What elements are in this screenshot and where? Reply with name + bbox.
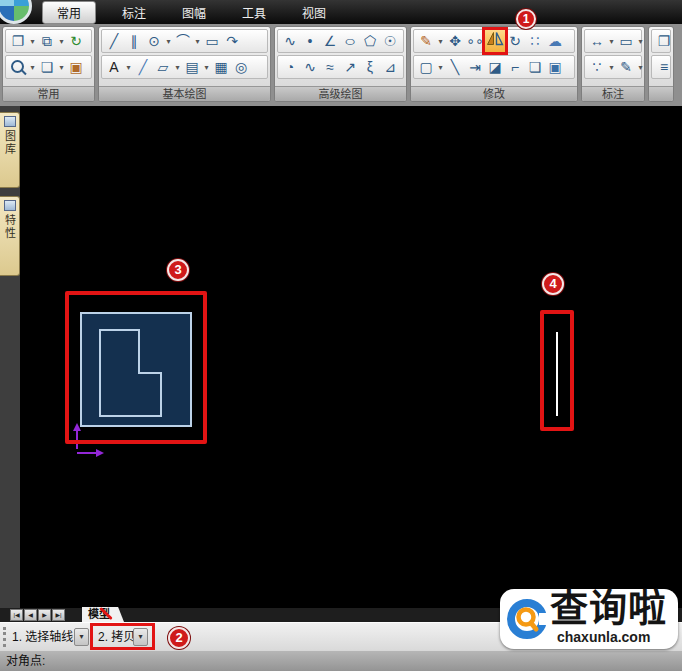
- match-brush-icon[interactable]: ✎: [416, 30, 436, 52]
- break-icon[interactable]: ╲: [445, 56, 465, 78]
- copy-icon-dropdown[interactable]: ▾: [57, 37, 66, 46]
- watermark-url: chaxunla.com: [557, 629, 650, 645]
- arc-icon[interactable]: ⌒: [173, 30, 193, 52]
- circle-icon[interactable]: ⊙: [144, 30, 164, 52]
- panel-overflow: ❐≡: [648, 26, 674, 102]
- tab-tools[interactable]: 工具: [232, 1, 276, 24]
- edit-dim-icon-dropdown[interactable]: ▾: [636, 63, 645, 72]
- select-icon[interactable]: ▢: [416, 56, 436, 78]
- sheet-nav-button-1[interactable]: ◀: [24, 609, 37, 621]
- explode-icon[interactable]: ▣: [545, 56, 565, 78]
- scale-icon[interactable]: ∘∘: [465, 30, 485, 52]
- sidebar-tab-properties[interactable]: 特性: [0, 196, 20, 276]
- highlight-box-source: [65, 291, 207, 444]
- ribbon-tabs: 常用标注图幅工具视图: [42, 1, 336, 24]
- paste-icon[interactable]: ❐: [8, 30, 28, 52]
- watermark-logo-icon: [505, 597, 549, 641]
- circle-icon-dropdown[interactable]: ▾: [164, 37, 173, 46]
- highlight-box-axis-line: [540, 310, 574, 431]
- rectangle-icon[interactable]: ▭: [202, 30, 222, 52]
- panel-label-modify: 修改: [411, 86, 577, 101]
- break-line-icon[interactable]: ≈: [320, 56, 340, 78]
- list-icon[interactable]: ≡: [654, 56, 674, 78]
- spline-icon[interactable]: ∿: [280, 30, 300, 52]
- panel-label-common: 常用: [3, 86, 94, 101]
- rotate-icon[interactable]: ↻: [505, 30, 525, 52]
- hatch-icon[interactable]: ╱: [133, 56, 153, 78]
- paste-special-icon-dropdown[interactable]: ▾: [57, 63, 66, 72]
- dimension-icon[interactable]: ↔: [587, 30, 607, 52]
- zoom-icon-dropdown[interactable]: ▾: [28, 63, 37, 72]
- ribbon: ❐▾⧉▾↻▾❏▾▣常用╱∥⊙▾⌒▾▭↷A▾╱▱▾▤▾▦◎基本绘图∿•∠○⬠☉◔∿…: [0, 24, 682, 106]
- sheet-icon[interactable]: ❐: [654, 30, 674, 52]
- copy-icon[interactable]: ⧉: [37, 30, 57, 52]
- datum-icon-dropdown[interactable]: ▾: [607, 63, 616, 72]
- tab-view[interactable]: 视图: [292, 1, 336, 24]
- paste-icon-dropdown[interactable]: ▾: [28, 37, 37, 46]
- arc-icon-dropdown[interactable]: ▾: [193, 37, 202, 46]
- option-select-axis[interactable]: 1. 选择轴线: [12, 623, 73, 651]
- status-bar: 对角点:: [0, 650, 682, 671]
- block-icon-dropdown[interactable]: ▾: [202, 63, 211, 72]
- display-settings-icon[interactable]: ▣: [66, 56, 86, 78]
- panel-label-dim: 标注: [582, 86, 644, 101]
- polygon-icon[interactable]: ⬠: [360, 30, 380, 52]
- panel-adv-draw: ∿•∠○⬠☉◔∿≈↗ξ⊿高级绘图: [274, 26, 407, 102]
- frame-icon-dropdown[interactable]: ▾: [636, 37, 645, 46]
- sheet-nav-button-0[interactable]: |◀: [10, 609, 23, 621]
- panel-dim: ↔▾▭▾∵▾✎▾标注: [581, 26, 645, 102]
- point-icon[interactable]: •: [300, 30, 320, 52]
- match-brush-icon-dropdown[interactable]: ▾: [436, 37, 445, 46]
- array-icon[interactable]: ∷: [525, 30, 545, 52]
- leader-icon-dropdown[interactable]: ▾: [173, 63, 182, 72]
- tab-home[interactable]: 常用: [42, 1, 96, 24]
- stamp-icon[interactable]: ☉: [380, 30, 400, 52]
- sheet-nav-button-2[interactable]: ▶: [38, 609, 51, 621]
- stretch-icon[interactable]: ❏: [525, 56, 545, 78]
- parallel-line-icon[interactable]: ∥: [124, 30, 144, 52]
- mirror-icon[interactable]: [485, 30, 505, 52]
- sheet-nav-button-3[interactable]: ▶|: [52, 609, 65, 621]
- dimension-icon-dropdown[interactable]: ▾: [607, 37, 616, 46]
- select-icon-dropdown[interactable]: ▾: [436, 63, 445, 72]
- library-icon: [4, 116, 16, 127]
- sidebar-tab-library[interactable]: 图库: [0, 112, 20, 188]
- refresh-icon[interactable]: ↻: [66, 30, 86, 52]
- panel-label-adv-draw: 高级绘图: [275, 86, 406, 101]
- text-icon-dropdown[interactable]: ▾: [124, 63, 133, 72]
- extend-icon[interactable]: ⇥: [465, 56, 485, 78]
- edit-dim-icon[interactable]: ✎: [616, 56, 636, 78]
- zoom-icon[interactable]: [8, 56, 28, 78]
- move-icon[interactable]: ✥: [445, 30, 465, 52]
- fillet-icon[interactable]: ⌐: [505, 56, 525, 78]
- wave-line-icon[interactable]: ∿: [300, 56, 320, 78]
- annotation-badge-4: 4: [542, 273, 564, 295]
- leader-icon[interactable]: ▱: [153, 56, 173, 78]
- region-icon[interactable]: ◎: [231, 56, 251, 78]
- line-icon[interactable]: ╱: [104, 30, 124, 52]
- tab-sheet[interactable]: 图幅: [172, 1, 216, 24]
- solid-icon[interactable]: ⊿: [380, 56, 400, 78]
- grid-icon[interactable]: ▦: [211, 56, 231, 78]
- polyline-icon[interactable]: ↷: [222, 30, 242, 52]
- paste-special-icon[interactable]: ❏: [37, 56, 57, 78]
- annotation-badge-2: 2: [168, 627, 190, 649]
- left-sidebar: 图库 特性: [0, 106, 20, 608]
- datum-icon[interactable]: ∵: [587, 56, 607, 78]
- tab-dimension[interactable]: 标注: [112, 1, 156, 24]
- panel-basic-draw: ╱∥⊙▾⌒▾▭↷A▾╱▱▾▤▾▦◎基本绘图: [98, 26, 271, 102]
- option-select-axis-dropdown[interactable]: ▾: [74, 628, 89, 646]
- chamfer-icon[interactable]: ◪: [485, 56, 505, 78]
- text-icon[interactable]: A: [104, 56, 124, 78]
- option-bar-grip[interactable]: [3, 627, 6, 647]
- wipeout-icon[interactable]: ◔: [280, 56, 300, 78]
- contour-icon[interactable]: ξ: [360, 56, 380, 78]
- panel-label-overflow: [649, 86, 673, 101]
- offset-icon[interactable]: ☁: [545, 30, 565, 52]
- properties-icon: [4, 200, 16, 211]
- sidebar-tab-library-label: 图库: [2, 130, 18, 156]
- block-icon[interactable]: ▤: [182, 56, 202, 78]
- frame-icon[interactable]: ▭: [616, 30, 636, 52]
- arrow-icon[interactable]: ↗: [340, 56, 360, 78]
- titlebar: 常用标注图幅工具视图: [0, 0, 682, 24]
